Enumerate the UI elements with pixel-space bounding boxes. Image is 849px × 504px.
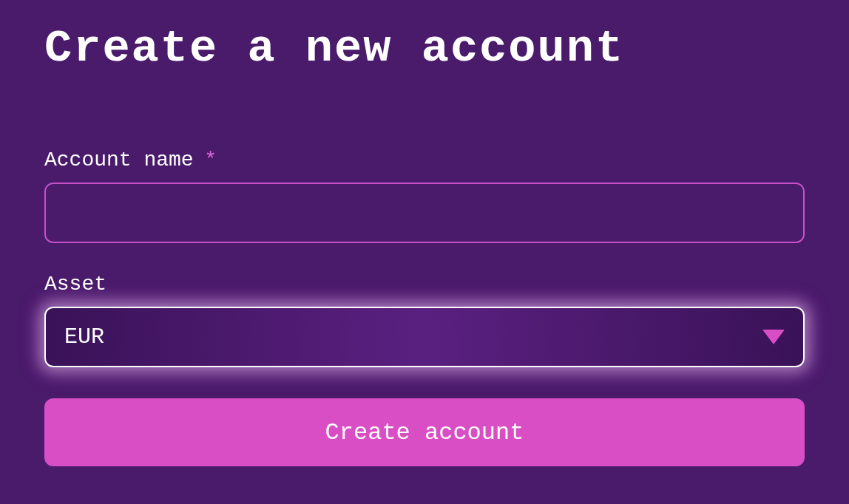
create-account-button[interactable]: Create account (44, 398, 805, 466)
account-name-label: Account name * (44, 156, 217, 169)
required-asterisk: * (204, 149, 217, 171)
asset-group: Asset EUR (44, 273, 805, 367)
account-name-group: Account name * (44, 149, 805, 243)
chevron-down-icon (762, 330, 785, 344)
account-name-input[interactable] (44, 183, 805, 243)
page-title: Create a new account (44, 22, 805, 75)
asset-select-wrapper: EUR (44, 307, 805, 367)
asset-select-value: EUR (64, 324, 762, 350)
asset-select[interactable]: EUR (44, 307, 805, 367)
account-name-label-text: Account name (44, 149, 194, 171)
asset-label: Asset (44, 273, 106, 296)
